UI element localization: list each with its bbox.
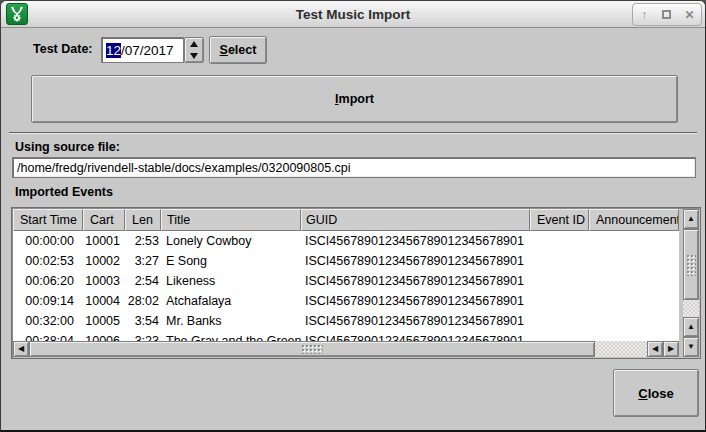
maximize-box-glyph — [662, 10, 671, 19]
horizontal-scroll-thumb[interactable] — [29, 341, 595, 357]
cell-title: Likeness — [161, 274, 301, 288]
cell-guid: ISCI4567890123456789012345678901 — [301, 254, 530, 268]
cell-start-time: 00:06:20 — [13, 274, 83, 288]
cell-len: 2:53 — [125, 234, 161, 248]
vertical-scrollbar[interactable]: ▲ ▲ ▼ — [683, 209, 699, 357]
column-header-title[interactable]: Title — [161, 209, 301, 231]
cell-cart: 10003 — [83, 274, 125, 288]
table-row[interactable]: 00:09:14 10004 28:02 Atchafalaya ISCI456… — [13, 291, 679, 311]
table-row[interactable]: 00:06:20 10003 2:54 Likeness ISCI4567890… — [13, 271, 679, 291]
cell-guid: ISCI4567890123456789012345678901 — [301, 334, 530, 341]
cell-title: Lonely Cowboy — [161, 234, 301, 248]
cell-len: 3:23 — [125, 334, 161, 341]
cell-start-time: 00:02:53 — [13, 254, 83, 268]
scroll-down-icon[interactable]: ▼ — [683, 337, 699, 357]
thumb-grip — [686, 254, 696, 276]
events-grid: Start Time Cart Len Title GUID Event ID … — [13, 209, 679, 341]
events-table-body: 00:00:00 10001 2:53 Lonely Cowboy ISCI45… — [13, 231, 679, 341]
window-controls: ↑ ✕ — [632, 3, 702, 26]
source-file-label: Using source file: — [15, 140, 120, 154]
table-row[interactable]: 00:32:00 10005 3:54 Mr. Banks ISCI456789… — [13, 311, 679, 331]
cell-len: 3:27 — [125, 254, 161, 268]
column-header-len[interactable]: Len — [125, 209, 161, 231]
shade-window-icon[interactable]: ↑ — [634, 5, 654, 25]
cell-guid: ISCI4567890123456789012345678901 — [301, 274, 530, 288]
scroll-left-icon[interactable]: ◀ — [13, 341, 29, 357]
column-header-event-id[interactable]: Event ID — [530, 209, 589, 231]
cell-len: 3:54 — [125, 314, 161, 328]
horizontal-scroll-track[interactable] — [595, 341, 647, 357]
table-row[interactable]: 00:00:00 10001 2:53 Lonely Cowboy ISCI45… — [13, 231, 679, 251]
date-selected-segment: 12 — [106, 43, 121, 58]
scroll-up-icon-bottom[interactable]: ▲ — [683, 317, 699, 337]
scroll-up-icon[interactable]: ▲ — [683, 209, 699, 229]
events-table-header: Start Time Cart Len Title GUID Event ID … — [13, 209, 679, 231]
vertical-scroll-track[interactable] — [683, 300, 699, 317]
cell-len: 28:02 — [125, 294, 161, 308]
close-button[interactable]: Close — [613, 369, 699, 417]
close-window-icon[interactable]: ✕ — [680, 5, 700, 25]
cell-guid: ISCI4567890123456789012345678901 — [301, 294, 530, 308]
horizontal-scrollbar[interactable]: ◀ ◀ ▶ — [13, 341, 679, 357]
window-title: Test Music Import — [1, 7, 705, 22]
select-button[interactable]: Select — [209, 36, 267, 64]
import-button[interactable]: Import — [31, 75, 678, 123]
scroll-left-icon-right[interactable]: ◀ — [647, 341, 663, 357]
cell-cart: 10002 — [83, 254, 125, 268]
cell-start-time: 00:00:00 — [13, 234, 83, 248]
cell-cart: 10005 — [83, 314, 125, 328]
cell-len: 2:54 — [125, 274, 161, 288]
cell-start-time: 00:09:14 — [13, 294, 83, 308]
cell-start-time: 00:38:04 — [13, 334, 83, 341]
cell-title: E Song — [161, 254, 301, 268]
scroll-right-icon[interactable]: ▶ — [663, 341, 679, 357]
cell-start-time: 00:32:00 — [13, 314, 83, 328]
thumb-grip-horizontal — [301, 344, 323, 354]
separator-line — [9, 132, 697, 134]
imported-events-table: Start Time Cart Len Title GUID Event ID … — [11, 207, 701, 359]
test-date-spinbox[interactable]: 12/07/2017 — [101, 37, 204, 63]
column-header-cart[interactable]: Cart — [83, 209, 125, 231]
maximize-window-icon[interactable] — [657, 5, 677, 25]
column-header-guid[interactable]: GUID — [301, 209, 530, 231]
cell-guid: ISCI4567890123456789012345678901 — [301, 314, 530, 328]
vertical-scroll-thumb[interactable] — [683, 229, 699, 300]
table-row[interactable]: 00:02:53 10002 3:27 E Song ISCI456789012… — [13, 251, 679, 271]
cell-cart: 10001 — [83, 234, 125, 248]
column-header-announcement[interactable]: Announcement — [589, 209, 679, 231]
rivendell-logo-icon — [6, 3, 28, 25]
spin-down-icon[interactable] — [185, 50, 203, 62]
source-file-input[interactable] — [12, 157, 696, 178]
imported-events-label: Imported Events — [15, 185, 113, 199]
cell-title: Mr. Banks — [161, 314, 301, 328]
cell-title: The Gray and the Green — [161, 334, 301, 341]
date-spin-buttons — [184, 37, 204, 63]
table-row[interactable]: 00:38:04 10006 3:23 The Gray and the Gre… — [13, 331, 679, 341]
cell-cart: 10004 — [83, 294, 125, 308]
cell-cart: 10006 — [83, 334, 125, 341]
spin-up-icon[interactable] — [185, 38, 203, 50]
date-rest-segment: /07/2017 — [121, 43, 174, 58]
titlebar: Test Music Import ↑ ✕ — [1, 1, 705, 28]
test-date-label: Test Date: — [33, 42, 93, 56]
cell-guid: ISCI4567890123456789012345678901 — [301, 234, 530, 248]
test-date-value[interactable]: 12/07/2017 — [101, 37, 184, 63]
test-music-import-window: Test Music Import ↑ ✕ Test Date: 12/07/2… — [0, 0, 706, 432]
column-header-start-time[interactable]: Start Time — [13, 209, 83, 231]
cell-title: Atchafalaya — [161, 294, 301, 308]
